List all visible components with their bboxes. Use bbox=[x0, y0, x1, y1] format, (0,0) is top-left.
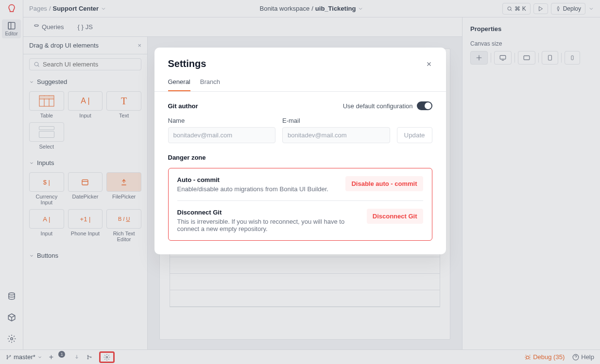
name-input[interactable] bbox=[168, 127, 276, 143]
disable-auto-commit-button[interactable]: Disable auto - commit bbox=[345, 176, 423, 191]
email-label: E-mail bbox=[282, 117, 390, 124]
modal-close-button[interactable] bbox=[426, 61, 432, 67]
auto-commit-desc: Enable/disable auto migrations from Boni… bbox=[177, 185, 328, 193]
modal-title: Settings bbox=[168, 58, 206, 69]
default-config-label: Use default configuration bbox=[343, 102, 413, 110]
settings-modal: Settings General Branch Git author Use d… bbox=[154, 48, 446, 254]
name-label: Name bbox=[168, 117, 276, 124]
close-icon bbox=[426, 61, 432, 67]
default-config-toggle[interactable] bbox=[417, 101, 432, 110]
danger-zone-box: Auto - commit Enable/disable auto migrat… bbox=[168, 168, 432, 241]
disconnect-git-title: Disconnect Git bbox=[177, 209, 352, 216]
git-author-title: Git author bbox=[168, 102, 198, 110]
danger-zone-title: Danger zone bbox=[168, 154, 206, 161]
tab-branch[interactable]: Branch bbox=[200, 73, 220, 91]
disconnect-git-button[interactable]: Disconnect Git bbox=[367, 209, 423, 224]
tab-general[interactable]: General bbox=[168, 73, 190, 91]
disconnect-git-desc: This is irreversible. If you wish to rec… bbox=[177, 218, 352, 232]
auto-commit-title: Auto - commit bbox=[177, 176, 328, 183]
modal-tabs: General Branch bbox=[154, 73, 446, 92]
email-input[interactable] bbox=[282, 127, 390, 143]
update-button[interactable]: Update bbox=[397, 127, 432, 143]
